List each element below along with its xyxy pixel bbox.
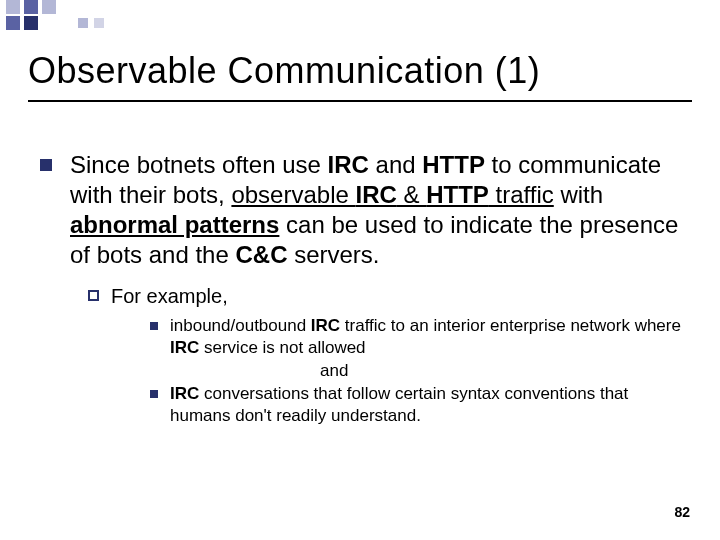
title-underline: [28, 100, 692, 102]
square-small-bullet-icon: [150, 390, 158, 398]
slide-body: Since botnets often use IRC and HTTP to …: [40, 150, 690, 429]
bullet-level2: For example,: [88, 284, 690, 309]
bullet-level3: IRC conversations that follow certain sy…: [150, 383, 690, 427]
bullet2-text: For example,: [111, 284, 228, 309]
page-number: 82: [674, 504, 690, 520]
bullet3b-text: IRC conversations that follow certain sy…: [170, 383, 690, 427]
slide-title: Observable Communication (1): [28, 50, 540, 92]
bullet1-text: Since botnets often use IRC and HTTP to …: [70, 150, 690, 270]
square-bullet-icon: [40, 159, 52, 171]
bullet-level3: inbound/outbound IRC traffic to an inter…: [150, 315, 690, 359]
square-small-bullet-icon: [150, 322, 158, 330]
connector-and: and: [320, 361, 690, 381]
square-outline-bullet-icon: [88, 290, 99, 301]
header-decoration: [0, 0, 720, 30]
bullet3a-text: inbound/outbound IRC traffic to an inter…: [170, 315, 690, 359]
bullet-level1: Since botnets often use IRC and HTTP to …: [40, 150, 690, 270]
